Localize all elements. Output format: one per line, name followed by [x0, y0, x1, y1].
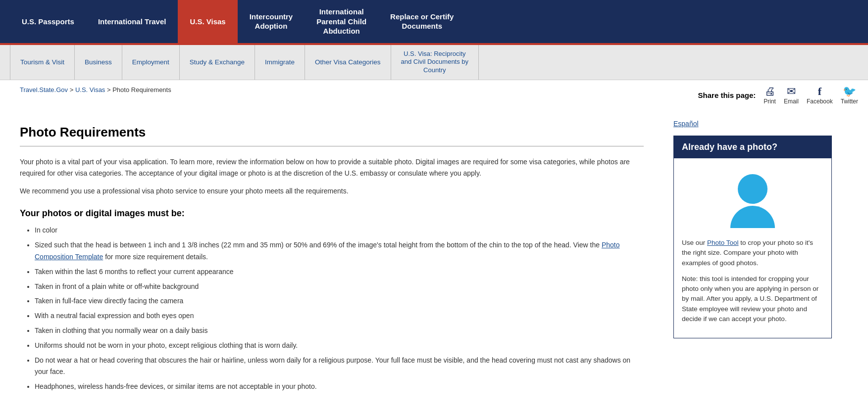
facebook-share[interactable]: f Facebook: [807, 85, 833, 105]
nav-us-visas[interactable]: U.S. Visas: [178, 0, 237, 43]
subnav-reciprocity[interactable]: U.S. Visa: Reciprocityand Civil Document…: [391, 45, 479, 80]
list-item: Taken in front of a plain white or off-w…: [35, 281, 644, 293]
photo-tool-description: Use our Photo Tool to crop your photo so…: [682, 238, 823, 268]
list-heading: Your photos or digital images must be:: [20, 208, 644, 219]
share-label: Share this page:: [698, 91, 756, 99]
list-item: Taken in full-face view directly facing …: [35, 295, 644, 307]
list-item: Sized such that the head is between 1 in…: [35, 239, 644, 263]
subnav-employment[interactable]: Employment: [122, 45, 180, 80]
photo-card-header: Already have a photo?: [674, 136, 831, 158]
list-item: Uniforms should not be worn in your phot…: [35, 340, 644, 352]
print-icon: 🖨: [765, 85, 775, 98]
twitter-share[interactable]: 🐦 Twitter: [841, 85, 858, 105]
main-content: Photo Requirements Your photo is a vital…: [10, 115, 664, 406]
intro-paragraph-2: We recommend you use a professional visa…: [20, 186, 644, 196]
breadcrumb-current: Photo Requirements: [112, 86, 171, 93]
title-divider: [20, 146, 644, 146]
subnav-business[interactable]: Business: [75, 45, 122, 80]
nav-parental-child-abduction[interactable]: International Parental Child Abduction: [305, 0, 378, 43]
nav-international-travel[interactable]: International Travel: [86, 0, 178, 43]
subnav-immigrate[interactable]: Immigrate: [255, 45, 305, 80]
email-label: Email: [784, 98, 799, 105]
list-item: Taken within the last 6 months to reflec…: [35, 266, 644, 278]
photo-card-body: Use our Photo Tool to crop your photo so…: [674, 158, 831, 338]
facebook-icon: f: [818, 85, 821, 98]
sub-navigation: Tourism & Visit Business Employment Stud…: [0, 45, 868, 81]
avatar-body: [730, 206, 775, 228]
breadcrumb: Travel.State.Gov > U.S. Visas > Photo Re…: [10, 80, 181, 99]
top-navigation: U.S. Passports International Travel U.S.…: [0, 0, 868, 43]
subnav-other-visa[interactable]: Other Visa Categories: [305, 45, 391, 80]
print-share[interactable]: 🖨 Print: [764, 85, 776, 105]
list-item: With a neutral facial expression and bot…: [35, 310, 644, 322]
list-item: Headphones, wireless hands-free devices,…: [35, 381, 644, 393]
subnav-tourism[interactable]: Tourism & Visit: [10, 45, 75, 80]
list-item: Taken in clothing that you normally wear…: [35, 325, 644, 337]
list-item: Do not wear a hat or head covering that …: [35, 355, 644, 378]
share-bar: Share this page: 🖨 Print ✉ Email f Faceb…: [698, 80, 858, 105]
twitter-label: Twitter: [841, 98, 858, 105]
list-item: In color: [35, 225, 644, 236]
espanol-link[interactable]: Español: [673, 120, 832, 128]
requirements-list: In color Sized such that the head is bet…: [20, 225, 644, 393]
sidebar: Español Already have a photo? Use our Ph…: [664, 115, 832, 406]
page-title: Photo Requirements: [20, 125, 644, 140]
photo-tool-link[interactable]: Photo Tool: [707, 239, 739, 246]
email-share[interactable]: ✉ Email: [784, 85, 799, 105]
photo-card: Already have a photo? Use our Photo Tool…: [673, 136, 832, 338]
subnav-study-exchange[interactable]: Study & Exchange: [180, 45, 255, 80]
nav-passports[interactable]: U.S. Passports: [10, 0, 86, 43]
avatar-figure: [730, 174, 775, 228]
facebook-label: Facebook: [807, 98, 833, 105]
photo-card-note: Note: this tool is intended for cropping…: [682, 274, 823, 324]
intro-paragraph-1: Your photo is a vital part of your visa …: [20, 156, 644, 179]
nav-intercountry-adoption[interactable]: Intercountry Adoption: [238, 0, 305, 43]
email-icon: ✉: [787, 85, 796, 98]
main-layout: Photo Requirements Your photo is a vital…: [0, 115, 842, 419]
nav-replace-certify[interactable]: Replace or Certify Documents: [378, 0, 465, 43]
photo-composition-link[interactable]: Photo Composition Template: [35, 241, 619, 261]
avatar-container: [682, 174, 823, 228]
avatar-head: [738, 174, 767, 204]
twitter-icon: 🐦: [843, 85, 856, 98]
breadcrumb-us-visas[interactable]: U.S. Visas: [75, 86, 105, 93]
print-label: Print: [764, 98, 776, 105]
breadcrumb-home[interactable]: Travel.State.Gov: [20, 86, 68, 93]
